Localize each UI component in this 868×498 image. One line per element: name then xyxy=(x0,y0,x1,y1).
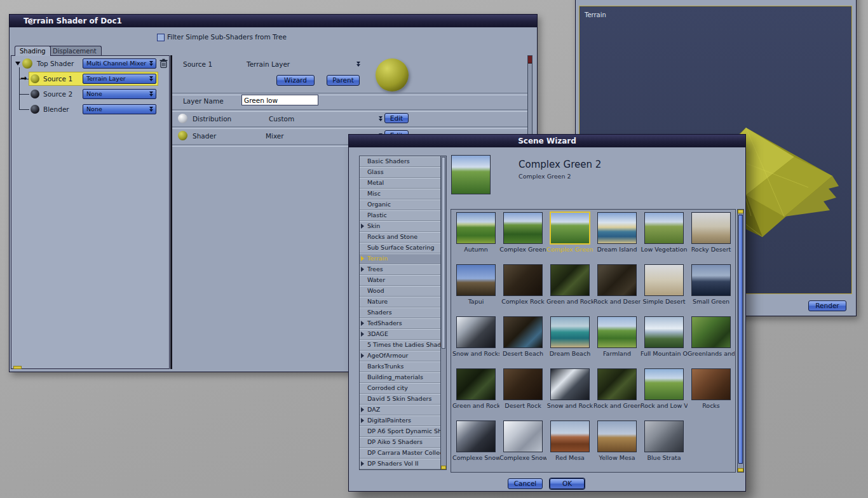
category-item[interactable]: DP Shaders Vol II xyxy=(360,459,441,469)
render-button[interactable]: Render xyxy=(808,300,846,311)
titlebar[interactable]: Terrain Shader of Doc1 xyxy=(10,15,537,27)
shader-item[interactable]: Desert Beach xyxy=(499,315,546,367)
expand-arrow-icon[interactable] xyxy=(361,267,364,272)
shader-item[interactable]: Dream Island xyxy=(593,211,641,263)
shader-item[interactable]: Full Mountain O. xyxy=(641,315,688,367)
category-item[interactable]: Glass xyxy=(360,167,441,178)
ok-button[interactable]: OK xyxy=(550,478,585,489)
category-item[interactable]: Terrain xyxy=(360,253,441,264)
shader-item[interactable]: Blue Strata xyxy=(641,419,688,471)
shader-item[interactable]: Farmland xyxy=(593,315,641,367)
category-item[interactable]: AgeOfArmour xyxy=(360,351,441,361)
shader-item[interactable]: Rock and Green xyxy=(593,367,641,419)
expand-arrow-icon[interactable] xyxy=(361,256,364,261)
category-scrollbar[interactable] xyxy=(440,156,446,469)
expand-arrow-icon[interactable] xyxy=(361,332,364,337)
category-item[interactable]: 3DAGE xyxy=(360,329,441,340)
cancel-button[interactable]: Cancel xyxy=(508,478,543,489)
scrollbar-thumb[interactable] xyxy=(528,56,532,64)
tree-row-source1[interactable]: → Source 1 Terrain Layer xyxy=(11,71,169,86)
expand-arrow-icon[interactable] xyxy=(361,407,364,412)
category-item[interactable]: DP Aiko 5 Shaders xyxy=(360,437,441,448)
shader-item[interactable]: Desert Rock xyxy=(499,367,546,419)
category-item[interactable]: Skin xyxy=(360,221,441,232)
shader-type-dropdown[interactable]: None xyxy=(83,89,156,99)
expand-arrow-icon[interactable] xyxy=(361,418,364,423)
category-item[interactable]: Water xyxy=(360,275,441,286)
category-item[interactable]: Organic xyxy=(360,199,441,210)
shader-item[interactable]: Yellow Mesa xyxy=(593,419,641,471)
shader-item[interactable]: Snow and Rock xyxy=(546,367,593,419)
shader-item[interactable]: Complex Green . xyxy=(546,211,593,263)
tree-row-source2[interactable]: Source 2 None xyxy=(11,86,169,102)
category-item[interactable]: DAZ xyxy=(360,405,441,415)
scrollbar-thumb[interactable] xyxy=(738,215,743,464)
category-item[interactable]: 5 Times the Ladies Shaders xyxy=(360,340,441,351)
shader-item[interactable]: Green and Rocks xyxy=(546,263,593,315)
shader-item[interactable]: Tapui xyxy=(452,263,499,315)
shader-item[interactable]: Greenlands and . xyxy=(688,315,735,367)
shader-thumbnail-image xyxy=(644,421,684,452)
shader-item[interactable]: Rocky Desert xyxy=(688,211,735,263)
shader-type-dropdown[interactable]: Multi Channel Mixer xyxy=(83,58,156,69)
category-item[interactable]: TedShaders xyxy=(360,318,441,329)
parent-button[interactable]: Parent xyxy=(327,75,360,86)
category-item[interactable]: Basic Shaders xyxy=(360,156,441,167)
shader-item[interactable]: Simple Desert xyxy=(641,263,688,315)
category-item[interactable]: Metal xyxy=(360,178,441,189)
expand-arrow-icon[interactable] xyxy=(361,461,364,466)
tree-row-top-shader[interactable]: Top Shader Multi Channel Mixer xyxy=(11,56,169,71)
tab-displacement[interactable]: Displacement xyxy=(48,46,102,56)
tree-row-blender[interactable]: Blender None xyxy=(11,102,169,117)
category-item[interactable]: Trees xyxy=(360,264,441,275)
category-item[interactable]: Corroded city xyxy=(360,383,441,394)
shader-item[interactable]: Complexe Snow . xyxy=(499,419,546,471)
category-item[interactable]: BarksTrunks xyxy=(360,361,441,372)
shader-item[interactable]: Low Vegetation xyxy=(641,211,688,263)
collapse-arrow-icon[interactable] xyxy=(15,62,20,65)
category-item[interactable]: DigitalPainters xyxy=(360,415,441,426)
category-item[interactable]: Misc xyxy=(360,189,441,199)
titlebar[interactable]: Scene Wizard xyxy=(349,135,745,147)
wizard-button[interactable]: Wizard xyxy=(276,75,315,86)
layer-name-input[interactable] xyxy=(241,95,318,105)
shader-item[interactable]: Complex Green xyxy=(499,211,546,263)
resize-handle[interactable] xyxy=(13,366,22,369)
shader-item[interactable]: Rocks xyxy=(688,367,735,419)
shader-item[interactable]: Red Mesa xyxy=(546,419,593,471)
shader-item[interactable]: Dream Beach xyxy=(546,315,593,367)
shader-thumbnail-image xyxy=(644,368,684,400)
grid-scrollbar[interactable] xyxy=(737,209,744,473)
expand-arrow-icon[interactable] xyxy=(361,353,364,358)
shader-item[interactable]: Rock and Low V. xyxy=(641,367,688,419)
category-item[interactable]: Building_materials xyxy=(360,372,441,383)
category-item[interactable]: Sub Surface Scatering xyxy=(360,243,441,253)
distribution-edit-button[interactable]: Edit xyxy=(384,113,409,123)
shader-type-dropdown[interactable]: Terrain Layer xyxy=(83,74,156,84)
category-item[interactable]: DP Carrara Master Collection xyxy=(360,448,441,459)
shader-item[interactable]: Complexe Snow xyxy=(452,419,499,471)
shader-item[interactable]: Autumn xyxy=(452,211,499,263)
shader-type-dropdown[interactable]: None xyxy=(83,104,156,114)
category-item[interactable]: Shaders xyxy=(360,307,441,318)
category-item[interactable]: Plastic xyxy=(360,210,441,221)
category-item[interactable]: David 5 Skin Shaders xyxy=(360,394,441,405)
trash-icon[interactable] xyxy=(159,58,168,69)
filter-subshaders-checkbox[interactable] xyxy=(157,34,165,41)
chevron-down-icon[interactable] xyxy=(356,62,361,67)
chevron-down-icon[interactable] xyxy=(379,116,383,121)
scrollbar-thumb[interactable] xyxy=(442,157,445,349)
expand-arrow-icon[interactable] xyxy=(361,321,364,326)
category-item[interactable]: Nature xyxy=(360,297,441,307)
shader-item[interactable]: Rock and Desert xyxy=(593,263,641,315)
window-menu-icon[interactable] xyxy=(28,18,34,25)
expand-arrow-icon[interactable] xyxy=(361,224,364,229)
category-item[interactable]: Wood xyxy=(360,286,441,297)
shader-item[interactable]: Snow and Rocks xyxy=(452,315,499,367)
shader-item[interactable]: Green and Rock xyxy=(452,367,499,419)
shader-item[interactable]: Small Green xyxy=(688,263,735,315)
category-item[interactable]: DP A6 Sport Dynamic Shade xyxy=(360,426,441,437)
shader-item[interactable]: Complex Rock xyxy=(499,263,546,315)
category-item[interactable]: Rocks and Stone xyxy=(360,232,441,243)
tab-shading[interactable]: Shading xyxy=(15,46,51,56)
